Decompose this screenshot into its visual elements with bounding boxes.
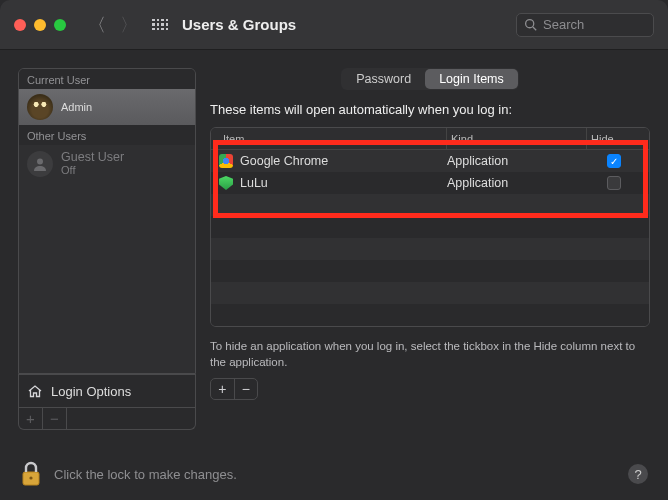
current-user-row[interactable]: Admin xyxy=(19,89,195,125)
svg-point-2 xyxy=(37,158,43,164)
table-row xyxy=(211,304,649,326)
svg-line-1 xyxy=(533,27,536,30)
column-header-hide[interactable]: Hide xyxy=(587,128,641,149)
sidebar: Current User Admin Other Users Guest Use… xyxy=(18,68,196,430)
back-button[interactable]: 〈 xyxy=(88,16,106,34)
forward-button[interactable]: 〉 xyxy=(120,16,138,34)
guest-user-row[interactable]: Guest User Off xyxy=(19,145,195,182)
item-name: LuLu xyxy=(240,176,268,190)
app-icon xyxy=(219,154,233,168)
search-field[interactable]: Search xyxy=(516,13,654,37)
avatar xyxy=(27,151,53,177)
nav-arrows: 〈 〉 xyxy=(88,16,138,34)
avatar xyxy=(27,94,53,120)
intro-text: These items will open automatically when… xyxy=(210,102,650,117)
table-row xyxy=(211,282,649,304)
add-user-button[interactable]: + xyxy=(19,408,43,429)
close-window-button[interactable] xyxy=(14,19,26,31)
user-status: Off xyxy=(61,164,124,177)
hint-text: To hide an application when you log in, … xyxy=(210,339,650,370)
login-options-label: Login Options xyxy=(51,384,131,399)
zoom-window-button[interactable] xyxy=(54,19,66,31)
table-row xyxy=(211,260,649,282)
lock-icon[interactable] xyxy=(20,461,42,487)
user-add-remove-bar: + − xyxy=(18,408,196,430)
table-header: Item Kind Hide xyxy=(211,128,649,150)
tablist: Password Login Items xyxy=(341,68,519,90)
user-list: Current User Admin Other Users Guest Use… xyxy=(18,68,196,374)
add-item-button[interactable]: + xyxy=(211,379,235,399)
hide-checkbox[interactable] xyxy=(607,176,621,190)
svg-point-4 xyxy=(29,476,32,479)
login-items-table: Item Kind Hide Google Chrome Application… xyxy=(210,127,650,327)
hide-checkbox[interactable]: ✓ xyxy=(607,154,621,168)
minimize-window-button[interactable] xyxy=(34,19,46,31)
main-pane: Password Login Items These items will op… xyxy=(210,68,650,430)
tab-password[interactable]: Password xyxy=(342,69,425,89)
user-role: Admin xyxy=(61,101,92,114)
other-users-section-label: Other Users xyxy=(19,125,195,145)
titlebar: 〈 〉 Users & Groups Search xyxy=(0,0,668,50)
footer: Click the lock to make changes. ? xyxy=(0,448,668,500)
table-row[interactable]: LuLu Application xyxy=(211,172,649,194)
house-icon xyxy=(27,383,43,399)
item-kind: Application xyxy=(447,154,587,168)
help-button[interactable]: ? xyxy=(628,464,648,484)
search-placeholder: Search xyxy=(543,17,584,32)
item-kind: Application xyxy=(447,176,587,190)
window-title: Users & Groups xyxy=(182,16,296,33)
lock-text: Click the lock to make changes. xyxy=(54,467,237,482)
column-header-kind[interactable]: Kind xyxy=(447,128,587,149)
user-name: Guest User xyxy=(61,150,124,164)
tab-login-items[interactable]: Login Items xyxy=(425,69,518,89)
table-row xyxy=(211,194,649,216)
svg-point-0 xyxy=(526,20,534,28)
remove-user-button[interactable]: − xyxy=(43,408,67,429)
column-header-item[interactable]: Item xyxy=(219,128,447,149)
item-add-remove-bar: + − xyxy=(210,378,258,400)
show-all-icon[interactable] xyxy=(152,17,168,33)
app-icon xyxy=(219,176,233,190)
table-row[interactable]: Google Chrome Application ✓ xyxy=(211,150,649,172)
item-name: Google Chrome xyxy=(240,154,328,168)
window-controls xyxy=(14,19,66,31)
login-options-button[interactable]: Login Options xyxy=(18,374,196,408)
table-row xyxy=(211,238,649,260)
table-row xyxy=(211,216,649,238)
current-user-section-label: Current User xyxy=(19,69,195,89)
remove-item-button[interactable]: − xyxy=(235,379,258,399)
search-icon xyxy=(524,18,537,31)
